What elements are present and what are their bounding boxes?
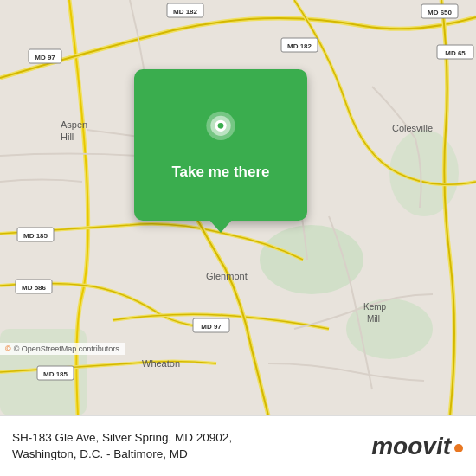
svg-point-34 (454, 444, 463, 452)
svg-text:Hill: Hill (61, 132, 74, 142)
attribution-text: © OpenStreetMap contributors (14, 344, 119, 353)
svg-text:Kemp: Kemp (363, 302, 387, 312)
svg-text:MD 182: MD 182 (287, 42, 312, 50)
osm-logo: © (5, 344, 11, 353)
map-container: MD 97 MD 182 MD 182 MD 650 MD 65 MD 185 … (0, 0, 476, 415)
svg-text:Colesville: Colesville (392, 123, 433, 133)
take-me-there-button[interactable]: Take me there (171, 164, 269, 181)
svg-text:Mill: Mill (367, 314, 380, 324)
address-line2: Washington, D.C. - Baltimore, MD (12, 447, 188, 460)
svg-text:Aspen: Aspen (61, 119, 87, 130)
svg-text:Wheaton: Wheaton (142, 358, 180, 369)
svg-text:MD 650: MD 650 (428, 9, 453, 16)
svg-text:MD 185: MD 185 (23, 232, 48, 240)
moovit-logo: moovit (371, 433, 464, 460)
address-line1: SH-183 Gle Ave, Silver Spring, MD 20902, (12, 431, 232, 444)
svg-text:MD 185: MD 185 (43, 370, 68, 378)
svg-text:MD 182: MD 182 (173, 8, 198, 16)
svg-text:MD 65: MD 65 (445, 49, 466, 57)
address-text: SH-183 Gle Ave, Silver Spring, MD 20902,… (12, 430, 363, 463)
moovit-wordmark: moovit (371, 433, 451, 460)
svg-text:Glenmont: Glenmont (206, 271, 248, 281)
pin-icon (199, 110, 242, 153)
svg-text:MD 97: MD 97 (35, 54, 55, 61)
svg-text:MD 586: MD 586 (22, 284, 47, 292)
location-card[interactable]: Take me there (134, 69, 307, 221)
svg-point-1 (260, 225, 363, 294)
svg-text:MD 97: MD 97 (201, 323, 222, 331)
bottom-bar: SH-183 Gle Ave, Silver Spring, MD 20902,… (0, 415, 476, 476)
moovit-dot-icon (453, 441, 464, 452)
svg-point-33 (218, 123, 224, 129)
attribution-bar: © © OpenStreetMap contributors (0, 343, 125, 355)
